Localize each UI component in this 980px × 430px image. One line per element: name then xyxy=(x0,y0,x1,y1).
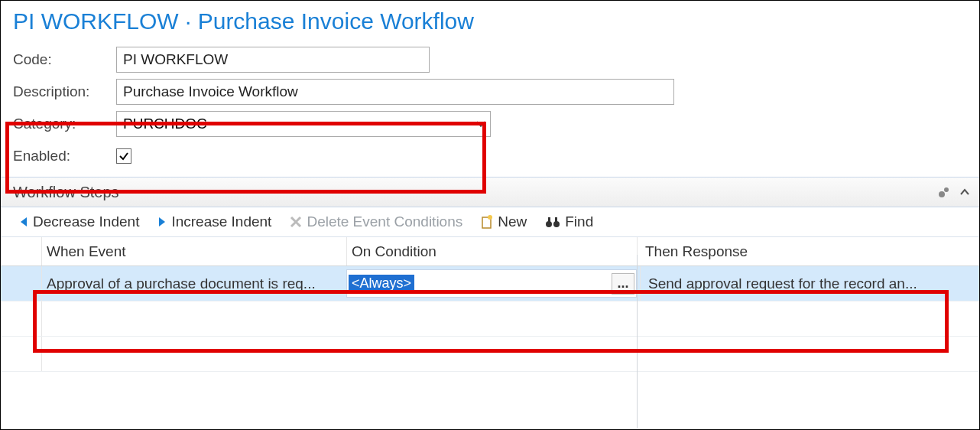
description-label: Description: xyxy=(13,83,116,100)
cell-on-condition[interactable]: <Always> ... xyxy=(346,269,637,298)
delete-event-conditions-label: Delete Event Conditions xyxy=(307,213,462,230)
cell-when-event[interactable]: Approval of a purchase document is req..… xyxy=(42,266,346,301)
table-row[interactable]: Approval of a purchase document is req..… xyxy=(1,266,979,301)
cell-on-condition[interactable] xyxy=(346,337,637,371)
condition-value: <Always> xyxy=(349,275,414,292)
category-row: Category: xyxy=(13,108,967,140)
vertical-divider xyxy=(637,255,638,428)
svg-rect-8 xyxy=(548,217,550,222)
cell-when-event[interactable] xyxy=(42,301,346,336)
increase-indent-button[interactable]: Increase Indent xyxy=(157,213,271,230)
table-row[interactable] xyxy=(1,337,979,372)
svg-marker-2 xyxy=(21,217,27,226)
row-indicator[interactable] xyxy=(1,301,42,336)
enabled-checkbox[interactable] xyxy=(116,148,131,164)
form-area: Code: Description: Category: Enabled: xyxy=(1,44,979,172)
workflow-steps-section: Workflow Steps Decrease Indent xyxy=(1,177,979,372)
enabled-row: Enabled: xyxy=(13,140,967,172)
code-row: Code: xyxy=(13,44,967,76)
lookup-button[interactable]: ... xyxy=(612,273,634,295)
page-title: PI WORKFLOW · Purchase Invoice Workflow xyxy=(1,7,979,44)
check-icon xyxy=(118,151,129,161)
triangle-right-icon xyxy=(157,217,167,227)
row-indicator-header xyxy=(1,237,42,265)
new-label: New xyxy=(498,213,527,230)
binoculars-icon xyxy=(545,216,560,228)
cell-then-response[interactable]: Send approval request for the record an.… xyxy=(640,266,979,301)
decrease-indent-label: Decrease Indent xyxy=(33,213,139,230)
svg-point-7 xyxy=(553,221,560,227)
gears-icon[interactable] xyxy=(936,184,952,200)
category-input[interactable] xyxy=(117,112,490,136)
svg-rect-9 xyxy=(555,217,557,222)
code-label: Code: xyxy=(13,51,116,68)
workflow-steps-title: Workflow Steps xyxy=(13,184,119,201)
col-header-on-condition[interactable]: On Condition xyxy=(346,237,637,265)
workflow-steps-header[interactable]: Workflow Steps xyxy=(1,177,979,207)
cell-when-event[interactable] xyxy=(42,337,346,371)
new-document-icon xyxy=(481,215,493,229)
category-label: Category: xyxy=(13,116,116,132)
find-label: Find xyxy=(565,213,593,230)
svg-point-6 xyxy=(546,221,552,227)
svg-point-0 xyxy=(939,191,945,197)
description-input[interactable] xyxy=(116,79,674,105)
column-headers: When Event On Condition Then Response xyxy=(1,237,979,266)
delete-event-conditions-button[interactable]: Delete Event Conditions xyxy=(290,213,462,230)
title-prefix: PI WORKFLOW xyxy=(13,8,179,34)
col-header-when-event[interactable]: When Event xyxy=(42,243,346,260)
svg-point-1 xyxy=(944,187,949,192)
ellipsis-icon: ... xyxy=(617,275,628,292)
enabled-label: Enabled: xyxy=(13,148,116,165)
svg-marker-3 xyxy=(159,217,165,226)
steps-header-actions xyxy=(936,178,970,207)
increase-indent-label: Increase Indent xyxy=(171,213,271,230)
code-input[interactable] xyxy=(116,47,430,73)
collapse-icon[interactable] xyxy=(959,187,970,197)
find-button[interactable]: Find xyxy=(545,213,593,230)
decrease-indent-button[interactable]: Decrease Indent xyxy=(19,213,139,230)
col-header-then-response[interactable]: Then Response xyxy=(637,237,979,265)
cell-then-response[interactable] xyxy=(637,301,979,336)
cell-then-response[interactable] xyxy=(637,337,979,371)
steps-toolbar: Decrease Indent Increase Indent Delete E… xyxy=(1,207,979,237)
delete-x-icon xyxy=(290,216,302,228)
svg-point-5 xyxy=(488,215,492,220)
row-indicator[interactable] xyxy=(1,337,42,371)
new-button[interactable]: New xyxy=(481,213,527,230)
category-select[interactable] xyxy=(116,111,491,137)
row-indicator[interactable] xyxy=(1,266,42,301)
description-row: Description: xyxy=(13,76,967,108)
table-row[interactable] xyxy=(1,301,979,337)
title-separator: · xyxy=(179,8,198,34)
triangle-left-icon xyxy=(19,217,28,227)
cell-on-condition[interactable] xyxy=(346,301,637,336)
workflow-page: PI WORKFLOW · Purchase Invoice Workflow … xyxy=(0,0,980,430)
title-name: Purchase Invoice Workflow xyxy=(198,8,474,34)
